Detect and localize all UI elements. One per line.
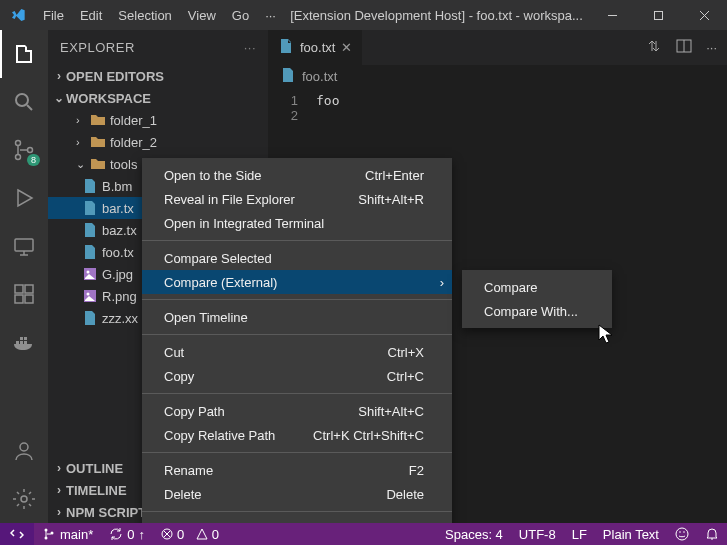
section-open-editors[interactable]: ›OPEN EDITORS bbox=[48, 65, 268, 87]
ctx-item[interactable]: Open Timeline bbox=[142, 305, 452, 329]
ctx-label: Cut bbox=[164, 345, 184, 360]
status-language[interactable]: Plain Text bbox=[595, 527, 667, 542]
svg-rect-8 bbox=[15, 295, 23, 303]
ctx-shortcut: Ctrl+C bbox=[387, 369, 424, 384]
tab-close-icon[interactable]: ✕ bbox=[341, 40, 352, 55]
file-icon bbox=[82, 244, 98, 260]
tree-label: G.jpg bbox=[102, 267, 133, 282]
ctx-item[interactable]: CopyCtrl+C bbox=[142, 364, 452, 388]
activity-scm[interactable]: 8 bbox=[0, 126, 48, 174]
folder-icon bbox=[90, 134, 106, 150]
ctx-label: Compare bbox=[484, 280, 537, 295]
ctx-shortcut: Shift+Alt+R bbox=[358, 192, 424, 207]
ctx-shortcut: Ctrl+Enter bbox=[365, 168, 424, 183]
ctx-item[interactable]: Compare With... bbox=[462, 299, 612, 323]
split-editor-icon[interactable] bbox=[676, 38, 692, 57]
image-icon bbox=[82, 266, 98, 282]
twisty-icon: ⌄ bbox=[76, 158, 86, 171]
editor-tab[interactable]: foo.txt ✕ bbox=[268, 30, 363, 65]
menu-selection[interactable]: Selection bbox=[110, 8, 179, 23]
status-encoding[interactable]: UTF-8 bbox=[511, 527, 564, 542]
ctx-item[interactable]: Compare bbox=[462, 275, 612, 299]
status-eol[interactable]: LF bbox=[564, 527, 595, 542]
status-problems[interactable]: 0 0 bbox=[153, 523, 227, 545]
file-icon bbox=[82, 200, 98, 216]
activity-remote[interactable] bbox=[0, 222, 48, 270]
ctx-label: Open to the Side bbox=[164, 168, 262, 183]
menu-edit[interactable]: Edit bbox=[72, 8, 110, 23]
ctx-item[interactable]: Open to the SideCtrl+Enter bbox=[142, 163, 452, 187]
ctx-label: Reveal in File Explorer bbox=[164, 192, 295, 207]
tree-label: folder_2 bbox=[110, 135, 157, 150]
svg-rect-0 bbox=[654, 11, 662, 19]
tree-label: B.bm bbox=[102, 179, 132, 194]
svg-point-15 bbox=[87, 293, 90, 296]
ctx-label: Copy Relative Path bbox=[164, 428, 275, 443]
activity-search[interactable] bbox=[0, 78, 48, 126]
ctx-item[interactable]: RenameF2 bbox=[142, 458, 452, 482]
svg-point-21 bbox=[676, 528, 688, 540]
tab-label: foo.txt bbox=[300, 40, 335, 55]
ctx-shortcut: F2 bbox=[409, 463, 424, 478]
svg-point-22 bbox=[679, 531, 681, 533]
svg-point-11 bbox=[21, 496, 27, 502]
activity-docker[interactable] bbox=[0, 318, 48, 366]
context-submenu: CompareCompare With... bbox=[462, 270, 612, 328]
menu-go[interactable]: Go bbox=[224, 8, 257, 23]
ctx-item[interactable]: Compare (External)› bbox=[142, 270, 452, 294]
activity-run[interactable] bbox=[0, 174, 48, 222]
ctx-label: Rename bbox=[164, 463, 213, 478]
activity-account[interactable] bbox=[0, 427, 48, 475]
tree-folder[interactable]: ›folder_1 bbox=[48, 109, 268, 131]
tree-label: folder_1 bbox=[110, 113, 157, 128]
breadcrumb[interactable]: foo.txt bbox=[268, 65, 727, 87]
status-remote[interactable] bbox=[0, 523, 34, 545]
status-spaces[interactable]: Spaces: 4 bbox=[437, 527, 511, 542]
ctx-label: Open Timeline bbox=[164, 310, 248, 325]
ctx-label: Compare Selected bbox=[164, 251, 272, 266]
ctx-label: Open in Integrated Terminal bbox=[164, 216, 324, 231]
ctx-shortcut: Shift+Alt+C bbox=[358, 404, 424, 419]
activity-extensions[interactable] bbox=[0, 270, 48, 318]
line-text: foo bbox=[316, 93, 339, 108]
ctx-item[interactable]: CutCtrl+X bbox=[142, 340, 452, 364]
tree-label: tools bbox=[110, 157, 137, 172]
window-close[interactable] bbox=[681, 0, 727, 30]
menubar: File Edit Selection View Go ··· bbox=[35, 8, 284, 23]
activity-settings[interactable] bbox=[0, 475, 48, 523]
scm-badge: 8 bbox=[27, 154, 40, 166]
svg-point-23 bbox=[683, 531, 685, 533]
status-feedback-icon[interactable] bbox=[667, 527, 697, 541]
ctx-item[interactable]: Compare Selected bbox=[142, 246, 452, 270]
compare-changes-icon[interactable] bbox=[646, 38, 662, 57]
line-number: 1 bbox=[268, 93, 316, 108]
tab-bar: foo.txt ✕ ··· bbox=[268, 30, 727, 65]
status-sync[interactable]: 0↑ bbox=[101, 523, 153, 545]
ctx-item[interactable]: Copy Relative PathCtrl+K Ctrl+Shift+C bbox=[142, 423, 452, 447]
status-bell-icon[interactable] bbox=[697, 527, 727, 541]
activity-explorer[interactable] bbox=[0, 30, 48, 78]
window-maximize[interactable] bbox=[635, 0, 681, 30]
sidebar-title: EXPLORER bbox=[60, 40, 135, 55]
activity-bar: 8 bbox=[0, 30, 48, 523]
editor-more-icon[interactable]: ··· bbox=[706, 40, 717, 55]
title-bar: File Edit Selection View Go ··· [Extensi… bbox=[0, 0, 727, 30]
menu-file[interactable]: File bbox=[35, 8, 72, 23]
folder-icon bbox=[90, 156, 106, 172]
section-workspace[interactable]: ⌄WORKSPACE bbox=[48, 87, 268, 109]
menu-more[interactable]: ··· bbox=[257, 8, 284, 23]
ctx-item[interactable]: Open in Integrated Terminal bbox=[142, 211, 452, 235]
code-area[interactable]: 1foo2 bbox=[268, 87, 727, 129]
folder-icon bbox=[90, 112, 106, 128]
window-title: [Extension Development Host] - foo.txt -… bbox=[284, 8, 589, 23]
ctx-item[interactable]: DeleteDelete bbox=[142, 482, 452, 506]
sidebar-more-icon[interactable]: ··· bbox=[244, 40, 256, 55]
svg-rect-9 bbox=[25, 295, 33, 303]
ctx-item[interactable]: Copy PathShift+Alt+C bbox=[142, 399, 452, 423]
tree-folder[interactable]: ›folder_2 bbox=[48, 131, 268, 153]
status-branch[interactable]: main* bbox=[34, 523, 101, 545]
menu-view[interactable]: View bbox=[180, 8, 224, 23]
ctx-item[interactable]: Reveal in File ExplorerShift+Alt+R bbox=[142, 187, 452, 211]
window-minimize[interactable] bbox=[589, 0, 635, 30]
tree-label: bar.tx bbox=[102, 201, 134, 216]
